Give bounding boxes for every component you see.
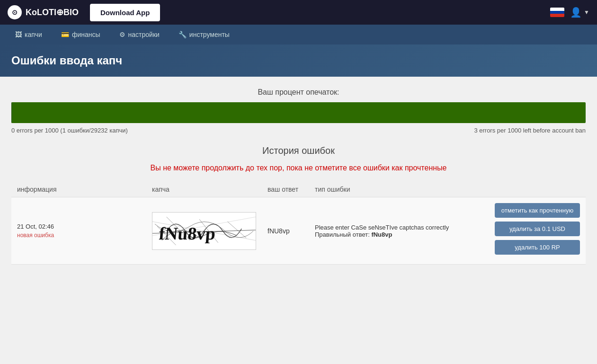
table-header-row: информация капча ваш ответ тип ошибки xyxy=(11,182,586,197)
right-stat: 3 errors per 1000 left before account ba… xyxy=(474,127,586,134)
left-stat: 0 errors per 1000 (1 ошибки/29232 капчи) xyxy=(11,127,128,134)
col-actions xyxy=(489,182,586,197)
top-bar-right: 👤▼ xyxy=(550,7,589,18)
col-info: информация xyxy=(11,182,146,197)
mark-as-read-button[interactable]: отметить как прочтенную xyxy=(495,203,580,218)
settings-icon: ⚙ xyxy=(119,31,125,38)
nav-finances-label: финансы xyxy=(72,31,100,38)
error-rate-section: Ваш процент опечаток: 0 errors per 1000 … xyxy=(11,88,586,134)
logo-icon: ⊙ xyxy=(8,5,22,19)
captcha-cell: fNu8vp xyxy=(146,197,262,265)
table-row: 21 Oct, 02:46 новая ошибка xyxy=(11,197,586,265)
new-error-badge: новая ошибка xyxy=(17,232,141,239)
tools-icon: 🔧 xyxy=(178,31,187,38)
nav-captchas-label: капчи xyxy=(25,31,42,38)
nav-settings-label: настройки xyxy=(128,31,160,38)
captcha-image: fNu8vp xyxy=(152,212,256,250)
col-answer: ваш ответ xyxy=(262,182,309,197)
error-date: 21 Oct, 02:46 xyxy=(17,223,141,230)
top-bar: ⊙ KoLOTI⊕BIO Download App 👤▼ xyxy=(0,0,597,25)
secondary-nav: 🖼 капчи 💳 финансы ⚙ настройки 🔧 инструме… xyxy=(0,25,597,44)
nav-captchas[interactable]: 🖼 капчи xyxy=(8,27,50,42)
nav-tools-label: инструменты xyxy=(189,31,230,38)
info-cell: 21 Oct, 02:46 новая ошибка xyxy=(11,197,146,265)
logo: ⊙ KoLOTI⊕BIO xyxy=(8,5,79,19)
svg-text:fNu8vp: fNu8vp xyxy=(158,223,216,243)
user-menu[interactable]: 👤▼ xyxy=(570,7,589,18)
errors-table: информация капча ваш ответ тип ошибки 21… xyxy=(11,182,586,265)
warning-message: Вы не можете продолжить до тех пор, пока… xyxy=(11,164,586,172)
correct-answer: fNu8vp xyxy=(371,231,392,238)
error-rate-label: Ваш процент опечаток: xyxy=(11,88,586,97)
delete-rp-button[interactable]: удалить 100 RP xyxy=(495,240,580,255)
error-type-line1: Please enter CaSe seNseTIve captchas cor… xyxy=(315,224,483,231)
finances-icon: 💳 xyxy=(61,31,69,38)
history-title: История ошибок xyxy=(11,145,586,156)
progress-bar-container xyxy=(11,102,586,123)
stats-row: 0 errors per 1000 (1 ошибки/29232 капчи)… xyxy=(11,127,586,134)
main-content: Ваш процент опечаток: 0 errors per 1000 … xyxy=(0,77,597,276)
download-app-button[interactable]: Download App xyxy=(90,4,160,21)
nav-finances[interactable]: 💳 финансы xyxy=(53,27,108,42)
col-captcha: капча xyxy=(146,182,262,197)
delete-usd-button[interactable]: удалить за 0.1 USD xyxy=(495,222,580,236)
language-flag[interactable] xyxy=(550,8,564,17)
page-title: Ошибки ввода капч xyxy=(11,54,122,67)
answer-cell: fNU8vp xyxy=(262,197,309,265)
error-type-line2: Правильный ответ: fNu8vp xyxy=(315,231,483,238)
col-error-type: тип ошибки xyxy=(309,182,489,197)
captcha-svg: fNu8vp xyxy=(152,212,256,250)
error-type-cell: Please enter CaSe seNseTIve captchas cor… xyxy=(309,197,489,265)
logo-text: KoLOTI⊕BIO xyxy=(26,7,79,18)
page-header: Ошибки ввода капч xyxy=(0,44,597,77)
nav-settings[interactable]: ⚙ настройки xyxy=(112,27,167,42)
actions-cell: отметить как прочтенную удалить за 0.1 U… xyxy=(489,197,586,265)
nav-tools[interactable]: 🔧 инструменты xyxy=(171,27,237,42)
captchas-icon: 🖼 xyxy=(15,31,22,38)
